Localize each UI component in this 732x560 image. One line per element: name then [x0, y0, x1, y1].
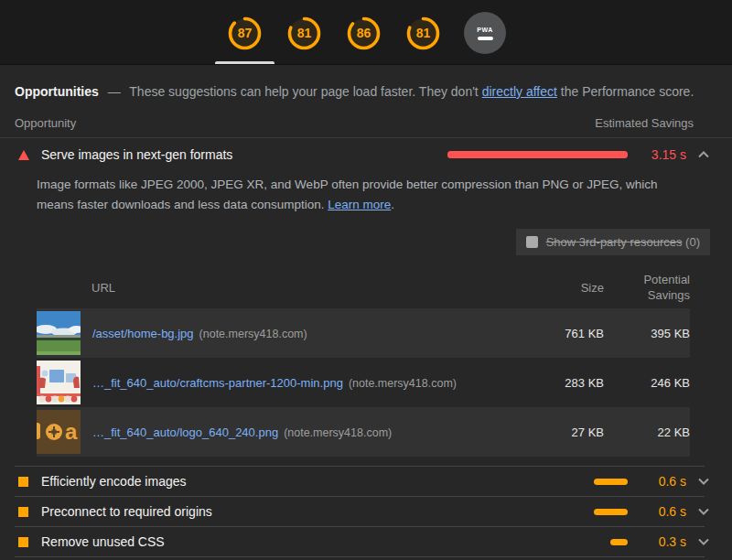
potential-savings-column-header: Potential Savings: [617, 272, 690, 303]
audit-title: Efficiently encode images: [41, 474, 594, 489]
pwa-dash-icon: [478, 37, 493, 40]
audit-title: Preconnect to required origins: [41, 504, 594, 519]
gauge-seo[interactable]: 81: [404, 15, 442, 52]
third-party-filter-row: Show 3rd-party resources (0): [37, 229, 710, 255]
resource-url-cell: /asset/home-bg.jpg(note.mersy418.com): [92, 327, 531, 340]
thumbnail-home-bg: [37, 311, 81, 355]
section-title: Opportunities: [15, 84, 99, 99]
audit-serve-images-nextgen: Serve images in next-gen formats 3.15 s …: [0, 138, 732, 466]
checkbox-label: Show 3rd-party resources: [546, 235, 683, 249]
resource-size: 283 KB: [531, 376, 604, 390]
table-header-row: URL Size Potential Savings: [37, 266, 690, 308]
score-header-bar: 87 81 86 81 PWA: [0, 0, 732, 65]
chevron-down-icon[interactable]: [697, 477, 710, 486]
resource-host: (note.mersy418.com): [284, 426, 392, 439]
checkbox-icon[interactable]: [526, 236, 538, 248]
gauge-accessibility[interactable]: 81: [285, 15, 323, 52]
pwa-label: PWA: [477, 27, 492, 33]
table-row: …_fit_640_auto/craftcms-partner-1200-min…: [37, 358, 690, 407]
savings-bar: [610, 539, 628, 545]
audit-preconnect-required-origins[interactable]: Preconnect to required origins 0.6 s: [0, 497, 732, 526]
resource-url-cell: …_fit_640_auto/logo_640_240.png(note.mer…: [92, 425, 531, 439]
chevron-up-icon[interactable]: [697, 150, 710, 159]
gauge-score: 86: [345, 15, 382, 52]
learn-more-link[interactable]: Learn more: [328, 198, 391, 211]
fail-triangle-icon: [18, 150, 29, 160]
resource-url-cell: …_fit_640_auto/craftcms-partner-1200-min…: [92, 376, 531, 390]
audit-header-serve-images[interactable]: Serve images in next-gen formats 3.15 s: [0, 138, 732, 171]
savings-value: 3.15 s: [639, 147, 686, 162]
thumbnail-craftcms-partner: [37, 361, 81, 404]
chevron-down-icon[interactable]: [697, 507, 710, 516]
section-description-suffix: the Performance score.: [557, 84, 694, 99]
checkbox-count: (0): [685, 235, 700, 249]
chevron-down-icon[interactable]: [697, 537, 710, 546]
audit-efficiently-encode-images[interactable]: Efficiently encode images 0.6 s: [0, 467, 732, 496]
opportunity-columns-header: Opportunity Estimated Savings: [0, 105, 732, 137]
audit-remove-unused-css[interactable]: Remove unused CSS 0.3 s: [0, 527, 732, 556]
thumbnail-logo: a: [37, 410, 81, 454]
show-third-party-checkbox[interactable]: Show 3rd-party resources (0): [516, 229, 710, 255]
resource-host: (note.mersy418.com): [349, 377, 457, 390]
warn-square-icon: [18, 507, 28, 517]
warn-square-icon: [18, 537, 28, 547]
column-opportunity-label: Opportunity: [15, 116, 76, 130]
audit-body: Image formats like JPEG 2000, JPEG XR, a…: [0, 171, 732, 466]
column-estimated-savings-label: Estimated Savings: [595, 116, 717, 130]
resource-url-link[interactable]: …_fit_640_auto/craftcms-partner-1200-min…: [92, 376, 343, 390]
opportunities-section-header: Opportunities — These suggestions can he…: [0, 65, 732, 105]
warn-square-icon: [18, 477, 28, 487]
savings-bar: [594, 509, 629, 515]
gauge-score: 81: [285, 15, 323, 52]
resource-url-link[interactable]: /asset/home-bg.jpg: [92, 327, 194, 340]
pwa-badge[interactable]: PWA: [464, 12, 506, 54]
resource-size: 27 KB: [531, 425, 604, 439]
potential-label: Potential: [643, 273, 690, 286]
audit-title: Remove unused CSS: [41, 534, 610, 549]
savings-bar: [447, 151, 628, 158]
divider: [15, 556, 705, 557]
directly-affect-link[interactable]: directly affect: [482, 84, 557, 99]
gauge-score: 81: [404, 15, 442, 52]
savings-value: 0.6 s: [639, 474, 686, 489]
resource-savings: 246 KB: [617, 375, 690, 391]
gauge-score: 87: [226, 15, 264, 52]
resources-table: URL Size Potential Savings: [37, 266, 710, 457]
resource-savings: 395 KB: [617, 326, 690, 341]
audit-description: Image formats like JPEG 2000, JPEG XR, a…: [37, 175, 692, 215]
savings-value: 0.6 s: [639, 504, 686, 519]
resource-url-link[interactable]: …_fit_640_auto/logo_640_240.png: [92, 425, 278, 439]
resource-savings: 22 KB: [617, 425, 690, 440]
gauge-performance[interactable]: 87: [226, 15, 264, 52]
category-gauges: 87 81 86 81 PWA: [0, 0, 732, 54]
resource-host: (note.mersy418.com): [199, 328, 307, 340]
table-row: a …_fit_640_auto/logo_640_240.png(note.m…: [37, 407, 690, 457]
savings-bar: [594, 479, 629, 485]
svg-text:a: a: [65, 419, 78, 444]
audit-title: Serve images in next-gen formats: [41, 147, 447, 162]
savings-label: Savings: [648, 288, 690, 302]
table-row: /asset/home-bg.jpg(note.mersy418.com) 76…: [37, 308, 690, 358]
size-column-header: Size: [531, 281, 604, 295]
gauge-best-practices[interactable]: 86: [345, 15, 382, 52]
section-description: These suggestions can help your page loa…: [129, 84, 481, 99]
section-dash: —: [108, 84, 121, 99]
audit-description-period: .: [391, 198, 394, 211]
active-tab-indicator: [215, 61, 274, 64]
resource-size: 761 KB: [531, 327, 604, 340]
url-column-header: URL: [37, 281, 531, 295]
savings-value: 0.3 s: [639, 534, 686, 549]
